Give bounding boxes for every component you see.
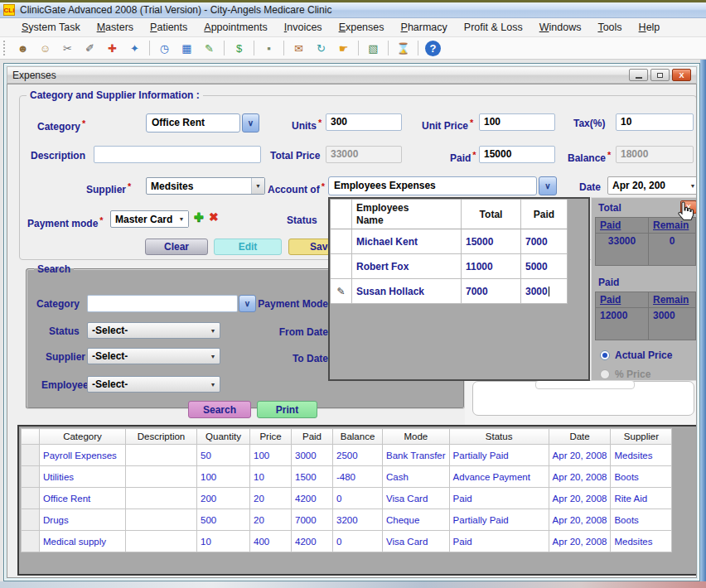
cell-price[interactable]: 100: [250, 445, 292, 466]
cell-paid[interactable]: 1500: [292, 466, 333, 488]
cell-category[interactable]: Drugs: [40, 509, 126, 531]
restore-button[interactable]: [650, 69, 670, 81]
menu-item-appointments[interactable]: Appointments: [196, 19, 275, 36]
cell-date[interactable]: Apr 20, 2008: [549, 531, 611, 552]
paid-input[interactable]: 15000: [479, 146, 555, 163]
cell-paid[interactable]: 4200: [292, 488, 333, 509]
cell-date[interactable]: Apr 20, 2008: [549, 466, 611, 488]
cell-price[interactable]: 20: [250, 509, 292, 531]
column-header-description[interactable]: Description: [126, 429, 197, 445]
cell-balance[interactable]: 0: [333, 531, 383, 552]
column-header-category[interactable]: Category: [40, 429, 126, 445]
menu-item-windows[interactable]: Windows: [531, 19, 590, 36]
row-selector[interactable]: [22, 488, 40, 509]
cell-supplier[interactable]: Rite Aid: [611, 488, 672, 509]
employee-name-cell[interactable]: Robert Fox: [352, 254, 462, 279]
search-button[interactable]: Search: [188, 401, 251, 418]
search-status-select[interactable]: -Select- ▼: [87, 322, 220, 339]
payment-icon[interactable]: ☛: [334, 40, 353, 57]
cell-status[interactable]: Partially Paid: [449, 445, 549, 466]
syringe-icon[interactable]: ✐: [80, 40, 99, 57]
cell-balance[interactable]: -480: [333, 466, 383, 488]
cell-price[interactable]: 400: [250, 531, 292, 552]
row-selector[interactable]: [331, 254, 352, 279]
clock-icon[interactable]: ◷: [155, 40, 174, 57]
print-button[interactable]: Print: [257, 401, 317, 418]
units-input[interactable]: 300: [326, 113, 402, 131]
cell-description[interactable]: [126, 488, 197, 509]
category-dropdown-button[interactable]: ∨: [242, 113, 259, 133]
cell-mode[interactable]: Bank Transfer: [383, 445, 450, 466]
cell-quantity[interactable]: 200: [197, 488, 250, 509]
instrument-icon[interactable]: ✂: [58, 40, 77, 57]
column-header-balance[interactable]: Balance: [333, 429, 383, 445]
cell-mode[interactable]: Visa Card: [383, 488, 450, 509]
cell-category[interactable]: Office Rent: [40, 488, 126, 509]
cell-date[interactable]: Apr 20, 2008: [549, 445, 611, 466]
actual-price-radio[interactable]: Actual Price: [600, 349, 672, 361]
cell-date[interactable]: Apr 20, 2008: [549, 488, 611, 509]
cell-category[interactable]: Payroll Expenses: [40, 445, 126, 466]
menu-item-profit-loss[interactable]: Profit & Loss: [456, 19, 531, 36]
cell-date[interactable]: Apr 20, 2008: [549, 509, 611, 531]
close-button[interactable]: X: [672, 69, 691, 81]
column-header-status[interactable]: Status: [449, 429, 549, 445]
help-icon[interactable]: ?: [425, 41, 441, 56]
calendar-icon[interactable]: ▦: [177, 40, 196, 57]
cell-balance[interactable]: 0: [333, 488, 383, 509]
prescription-icon[interactable]: ✎: [200, 40, 219, 57]
cell-status[interactable]: Partially Paid: [449, 509, 549, 531]
cell-quantity[interactable]: 500: [197, 509, 250, 531]
cell-supplier[interactable]: Boots: [611, 466, 672, 488]
medicine-icon[interactable]: ✚: [103, 40, 122, 57]
payment-mode-combo[interactable]: Master Card ▼: [110, 210, 189, 228]
category-input[interactable]: Office Rent: [146, 113, 240, 133]
cell-paid[interactable]: 3000: [292, 445, 333, 466]
expense-row[interactable]: Drugs5002070003200ChequePartially PaidAp…: [22, 509, 672, 531]
refund-icon[interactable]: ↻: [312, 40, 331, 57]
main-titlebar[interactable]: CLi ClinicGate Advanced 2008 (Trial Vers…: [0, 2, 706, 18]
row-selector[interactable]: [22, 509, 40, 531]
cell-balance[interactable]: 2500: [333, 445, 383, 466]
expense-row[interactable]: Payroll Expenses5010030002500Bank Transf…: [22, 445, 672, 466]
schedule-icon[interactable]: ⌛: [394, 40, 413, 57]
cell-quantity[interactable]: 100: [197, 466, 250, 488]
column-header-quantity[interactable]: Quantity: [197, 429, 250, 445]
employee-paid-cell[interactable]: 7000: [521, 229, 568, 254]
column-header-price[interactable]: Price: [250, 429, 292, 445]
account-of-dropdown-button[interactable]: ∨: [539, 176, 557, 195]
small-report-icon[interactable]: ▪: [259, 40, 278, 57]
row-selector[interactable]: [22, 445, 40, 466]
supplier-combo[interactable]: Medsites ▼: [146, 177, 265, 195]
employee-name-cell[interactable]: Michael Kent: [352, 229, 462, 254]
date-picker[interactable]: Apr 20, 200 ▼: [607, 176, 697, 195]
cell-status[interactable]: Paid: [449, 488, 549, 509]
menu-item-pharmacy[interactable]: Pharmacy: [393, 19, 456, 36]
dialog-titlebar[interactable]: Expenses X: [7, 66, 697, 84]
cell-description[interactable]: [126, 531, 197, 552]
cell-supplier[interactable]: Medsites: [611, 531, 672, 552]
delete-payment-mode-icon[interactable]: ✖: [209, 210, 219, 224]
cell-description[interactable]: [126, 466, 197, 488]
percent-price-radio[interactable]: % Price: [600, 369, 650, 380]
cell-supplier[interactable]: Boots: [611, 509, 672, 531]
cash-icon[interactable]: ✉: [289, 40, 308, 57]
cell-description[interactable]: [126, 509, 197, 531]
cell-price[interactable]: 10: [250, 466, 292, 488]
row-selector[interactable]: [22, 531, 40, 552]
cell-description[interactable]: [126, 445, 197, 466]
cell-quantity[interactable]: 10: [197, 531, 250, 552]
expense-row[interactable]: Utilities100101500-480CashAdvance Paymen…: [22, 466, 672, 488]
expense-row[interactable]: Office Rent2002042000Visa CardPaidApr 20…: [22, 488, 672, 509]
tax-input[interactable]: 10: [616, 113, 694, 131]
search-category-input[interactable]: [87, 295, 238, 312]
add-payment-mode-icon[interactable]: ✚: [194, 210, 204, 224]
column-header-supplier[interactable]: Supplier: [611, 429, 672, 445]
menu-item-expenses[interactable]: Expenses: [331, 19, 393, 36]
employee-row[interactable]: ✎Susan Hollack70003000: [331, 279, 568, 304]
edit-button[interactable]: Edit: [214, 239, 282, 255]
cell-category[interactable]: Utilities: [40, 466, 126, 488]
billing-icon[interactable]: $: [230, 40, 249, 57]
search-category-dropdown-button[interactable]: ∨: [239, 295, 256, 312]
menu-item-masters[interactable]: Masters: [89, 19, 142, 36]
